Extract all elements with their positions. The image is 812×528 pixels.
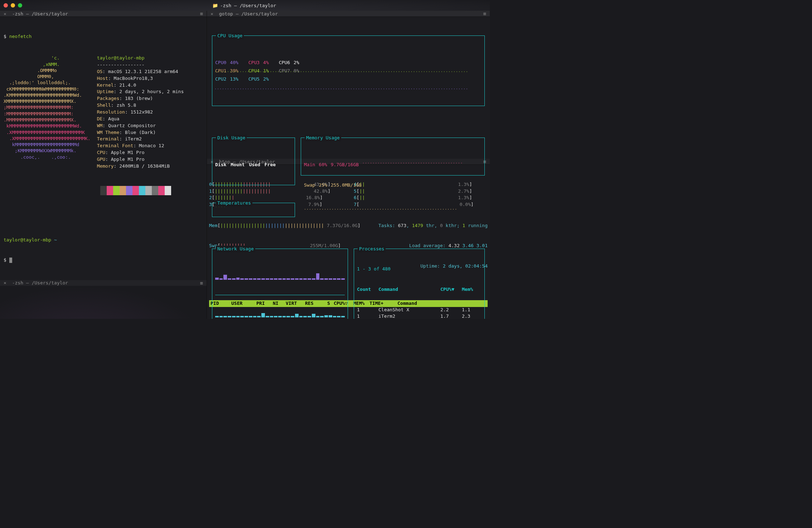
close-icon[interactable]: × (4, 280, 6, 285)
traffic-lights (4, 3, 22, 8)
process-row[interactable]: 1iTerm21.72.3 (357, 313, 482, 319)
proc-count: 1 - 3 of 480 (357, 266, 391, 273)
tab-bar-left-bottom: × -zsh — /Users/taylor ≡ (0, 280, 207, 286)
window-titlebar: 📁 -zsh — /Users/taylor (0, 0, 490, 11)
terminal-left[interactable]: $ neofetch 'c. ,xNMM. .OMMMMo OMMM0, .;l… (0, 17, 207, 280)
maximize-icon[interactable] (18, 3, 22, 8)
empty-terminal[interactable] (0, 286, 207, 319)
memory-usage-box: Memory Usage Main 60% 9.7GB/16GB ·······… (301, 138, 485, 176)
color-palette (100, 186, 203, 195)
tab-bar-left-top: × -zsh — /Users/taylor ≡ (0, 11, 207, 17)
prompt-path: ~ (54, 237, 57, 243)
prompt-user: taylor@taylor-mbp (4, 237, 51, 243)
network-usage-box: Network Usage (212, 249, 348, 319)
cursor (9, 258, 12, 263)
tab-bar-gotop: × gotop — /Users/taylor ≡ (207, 11, 490, 17)
menu-icon[interactable]: ≡ (200, 11, 203, 16)
close-icon[interactable] (4, 3, 8, 8)
temperatures-box: Temperatures (212, 203, 295, 217)
command-input: neofetch (9, 34, 32, 39)
disk-usage-box: Disk Usage DiskMountUsedFree (212, 138, 295, 185)
menu-icon[interactable]: ≡ (200, 280, 203, 286)
close-icon[interactable]: × (4, 11, 6, 16)
process-row[interactable]: 1CleanShot X2.21.1 (357, 307, 482, 313)
tab-title[interactable]: -zsh — /Users/taylor (12, 280, 68, 285)
system-info: taylor@taylor-mbp-----------------OS: ma… (97, 55, 184, 169)
minimize-icon[interactable] (11, 3, 15, 8)
ascii-logo: 'c. ,xNMM. .OMMMMo OMMM0, .;loddo:' lool… (4, 55, 91, 169)
close-icon[interactable]: × (211, 11, 213, 16)
processes-box: Processes 1 - 3 of 480 CountCommandCPU%▼… (354, 249, 485, 319)
terminal-gotop[interactable]: CPU Usage CPU040%CPU139%CPU213%CPU34%CPU… (207, 17, 490, 159)
tab-title[interactable]: gotop — /Users/taylor (219, 11, 278, 16)
menu-icon[interactable]: ≡ (483, 11, 486, 16)
cpu-usage-box: CPU Usage CPU040%CPU139%CPU213%CPU34%CPU… (212, 35, 485, 106)
window-title: -zsh — /Users/taylor (220, 3, 276, 8)
folder-icon: 📁 (212, 3, 218, 8)
tab-title[interactable]: -zsh — /Users/taylor (12, 11, 68, 16)
